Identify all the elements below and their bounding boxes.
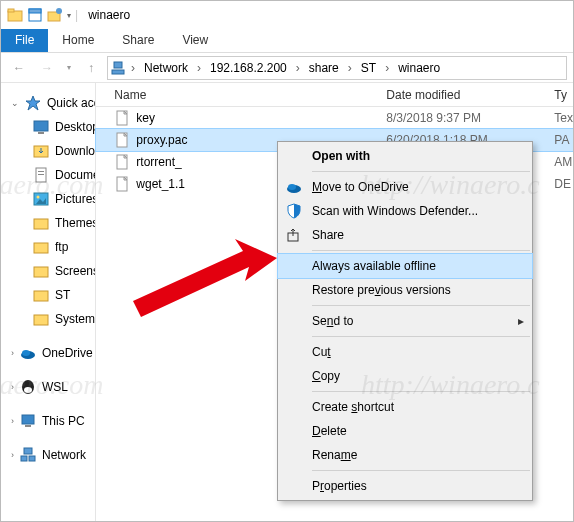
folder-icon: [33, 263, 49, 279]
documents-icon: [33, 167, 49, 183]
ctx-restore-versions[interactable]: Restore previous versions: [278, 278, 532, 302]
sidebar-item-st[interactable]: ST: [3, 283, 93, 307]
chevron-right-icon[interactable]: ›: [345, 61, 355, 75]
ctx-properties[interactable]: Properties: [278, 474, 532, 498]
context-menu: Open with Move to OneDrive Scan with Win…: [277, 141, 533, 501]
file-row[interactable]: key8/3/2018 9:37 PMTex: [96, 107, 573, 129]
qat-dropdown-icon[interactable]: ▾: [67, 11, 71, 20]
svg-rect-3: [29, 9, 41, 13]
sidebar-item-desktop[interactable]: Desktop📌: [3, 115, 93, 139]
folder-icon: [33, 215, 49, 231]
breadcrumb-bar[interactable]: › Network › 192.168.2.200 › share › ST ›…: [107, 56, 567, 80]
sidebar-item-system32[interactable]: System32: [3, 307, 93, 331]
svg-point-41: [288, 184, 296, 190]
crumb-winaero[interactable]: winaero: [394, 61, 444, 75]
sidebar-item-screenshots[interactable]: Screenshots: [3, 259, 93, 283]
col-name[interactable]: Name: [96, 88, 386, 102]
address-bar: ← → ▾ ↑ › Network › 192.168.2.200 › shar…: [1, 53, 573, 83]
svg-rect-29: [24, 448, 32, 454]
svg-point-24: [22, 350, 30, 356]
crumb-network[interactable]: Network: [140, 61, 192, 75]
file-icon: [114, 154, 130, 170]
sidebar-item-documents[interactable]: Documents📌: [3, 163, 93, 187]
ctx-defender[interactable]: Scan with Windows Defender...: [278, 199, 532, 223]
ctx-share[interactable]: Share: [278, 223, 532, 247]
ctx-move-onedrive[interactable]: Move to OneDrive: [278, 175, 532, 199]
sidebar-item-pictures[interactable]: Pictures📌: [3, 187, 93, 211]
ctx-rename[interactable]: Rename: [278, 443, 532, 467]
file-name: proxy.pac: [136, 133, 187, 147]
crumb-ip[interactable]: 192.168.2.200: [206, 61, 291, 75]
folder-icon: [33, 239, 49, 255]
crumb-share[interactable]: share: [305, 61, 343, 75]
folder-icon: [33, 287, 49, 303]
properties-qat-icon[interactable]: [27, 7, 43, 23]
new-folder-qat-icon[interactable]: [47, 7, 63, 23]
chevron-right-icon: ›: [11, 450, 14, 460]
file-icon: [114, 132, 130, 148]
title-bar: ▾ | winaero: [1, 1, 573, 29]
ctx-send-to[interactable]: Send to▸: [278, 309, 532, 333]
svg-rect-7: [112, 70, 124, 74]
col-type[interactable]: Ty: [554, 88, 573, 102]
svg-rect-14: [38, 174, 44, 175]
chevron-right-icon: ›: [11, 348, 14, 358]
chevron-right-icon: ›: [11, 382, 14, 392]
svg-rect-22: [34, 315, 48, 325]
svg-point-16: [37, 196, 40, 199]
chevron-right-icon[interactable]: ›: [194, 61, 204, 75]
navigation-pane: ⌄ Quick access Desktop📌 Downloads📌 Docum…: [1, 83, 96, 521]
svg-rect-28: [25, 425, 31, 427]
nav-up-button[interactable]: ↑: [79, 56, 103, 80]
sidebar-network[interactable]: ›Network: [3, 443, 93, 467]
pictures-icon: [33, 191, 49, 207]
svg-rect-31: [29, 456, 35, 461]
share-icon: [286, 227, 302, 243]
sidebar-onedrive[interactable]: ›OneDrive: [3, 341, 93, 365]
desktop-icon: [33, 119, 49, 135]
svg-rect-1: [8, 9, 14, 12]
chevron-right-icon[interactable]: ›: [382, 61, 392, 75]
ctx-create-shortcut[interactable]: Create shortcut: [278, 395, 532, 419]
computer-icon: [20, 413, 36, 429]
sidebar-item-ftp[interactable]: ftp: [3, 235, 93, 259]
nav-recent-dropdown[interactable]: ▾: [63, 56, 75, 80]
downloads-icon: [33, 143, 49, 159]
file-name: key: [136, 111, 155, 125]
ribbon-file-tab[interactable]: File: [1, 29, 48, 52]
file-type: Tex: [554, 111, 573, 125]
window-title: winaero: [88, 8, 130, 22]
nav-back-button[interactable]: ←: [7, 56, 31, 80]
file-name: wget_1.1: [136, 177, 185, 191]
sidebar-this-pc[interactable]: ›This PC: [3, 409, 93, 433]
svg-rect-30: [21, 456, 27, 461]
chevron-right-icon[interactable]: ›: [128, 61, 138, 75]
ribbon-view-tab[interactable]: View: [168, 29, 222, 52]
sidebar-item-themes[interactable]: Themes📌: [3, 211, 93, 235]
ctx-open-with[interactable]: Open with: [278, 144, 532, 168]
ctx-copy[interactable]: Copy: [278, 364, 532, 388]
ctx-cut[interactable]: Cut: [278, 340, 532, 364]
crumb-st[interactable]: ST: [357, 61, 380, 75]
sidebar-label: Quick access: [47, 96, 96, 110]
file-icon: [114, 176, 130, 192]
col-date[interactable]: Date modified: [386, 88, 554, 102]
onedrive-icon: [286, 179, 302, 195]
quick-access-toolbar: ▾ |: [7, 7, 78, 23]
svg-rect-13: [38, 171, 44, 172]
ctx-always-offline[interactable]: Always available offline: [278, 254, 532, 278]
sidebar-wsl[interactable]: ›WSL: [3, 375, 93, 399]
svg-rect-20: [34, 267, 48, 277]
ctx-delete[interactable]: Delete: [278, 419, 532, 443]
nav-forward-button[interactable]: →: [35, 56, 59, 80]
sidebar-item-downloads[interactable]: Downloads📌: [3, 139, 93, 163]
ribbon-share-tab[interactable]: Share: [108, 29, 168, 52]
svg-rect-10: [38, 132, 44, 134]
svg-rect-18: [34, 219, 48, 229]
column-headers[interactable]: Name Date modified Ty: [96, 83, 573, 107]
ribbon-home-tab[interactable]: Home: [48, 29, 108, 52]
chevron-right-icon[interactable]: ›: [293, 61, 303, 75]
folder-icon: [33, 311, 49, 327]
sidebar-quick-access[interactable]: ⌄ Quick access: [3, 91, 93, 115]
file-type: DE: [554, 177, 573, 191]
